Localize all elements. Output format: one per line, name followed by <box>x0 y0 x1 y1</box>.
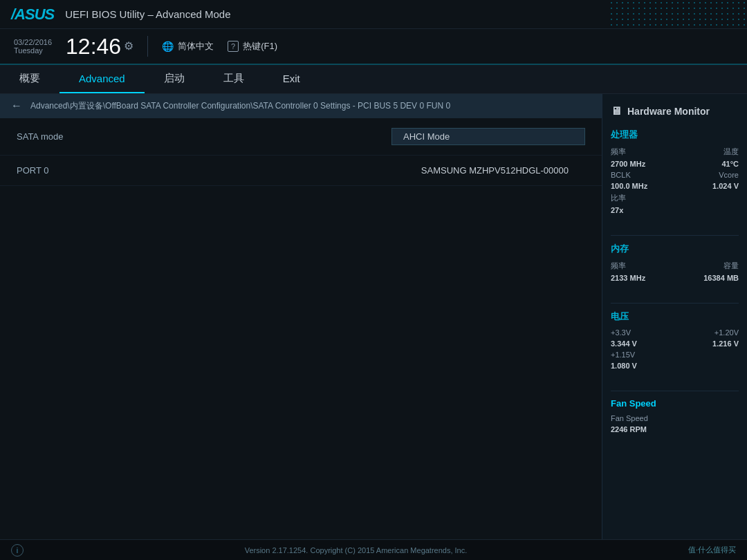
cpu-temp-label: 温度 <box>723 147 739 157</box>
v33-label: +3.3V <box>611 328 631 337</box>
mem-cap-label: 容量 <box>723 261 739 271</box>
cpu-vcore-label: Vcore <box>719 171 739 179</box>
voltage-115-label-row: +1.15V <box>611 351 739 359</box>
settings-content: SATA mode AHCI Mode PORT 0 SAMSUNG MZHPV… <box>0 118 602 539</box>
nav-label-advanced: Advanced <box>79 73 125 84</box>
cpu-section: 处理器 频率 温度 2700 MHz 41°C BCLK Vcore 100.0… <box>611 129 739 217</box>
fan-section-title: Fan Speed <box>611 398 739 409</box>
language-selector[interactable]: 🌐 简体中文 <box>162 40 214 53</box>
sata-mode-label: SATA mode <box>17 131 391 142</box>
sidebar-title: 🖥 Hardware Monitor <box>611 105 739 118</box>
divider-1 <box>147 36 148 57</box>
setting-row-port0: PORT 0 SAMSUNG MZHPV512HDGL-00000 <box>0 156 602 186</box>
sidebar-divider-1 <box>611 235 739 236</box>
header-bar: /ASUS UEFI BIOS Utility – Advanced Mode <box>0 0 747 29</box>
fan-speed-label-row: Fan Speed <box>611 414 739 422</box>
mem-freq-value: 2133 MHz <box>611 274 645 282</box>
v115-label: +1.15V <box>611 351 635 359</box>
memory-section-title: 内存 <box>611 243 739 255</box>
fan-speed-value: 2246 RPM <box>611 425 739 433</box>
nav-label-boot: 启动 <box>164 72 185 85</box>
nav-item-overview[interactable]: 概要 <box>0 65 59 93</box>
nav-bar: 概要 Advanced 启动 工具 Exit <box>0 65 747 94</box>
cpu-freq-label: 频率 <box>611 147 626 157</box>
cpu-bclk-value: 100.0 MHz <box>611 182 647 190</box>
gear-icon[interactable]: ⚙ <box>124 41 133 52</box>
time-value: 12:46 <box>66 35 121 57</box>
help-icon: ? <box>228 41 239 52</box>
cpu-bclk-vcore-labels: BCLK Vcore <box>611 171 739 179</box>
cpu-freq-temp-values: 2700 MHz 41°C <box>611 160 739 168</box>
breadcrumb-bar: ← Advanced\内置设备\OffBoard SATA Controller… <box>0 94 602 118</box>
info-icon[interactable]: i <box>11 544 24 557</box>
v120-value: 1.216 V <box>712 339 739 348</box>
content-area: ← Advanced\内置设备\OffBoard SATA Controller… <box>0 94 602 539</box>
date-section: 03/22/2016 Tuesday <box>14 38 52 55</box>
nav-item-tools[interactable]: 工具 <box>204 65 264 93</box>
hotkey-label: 热键(F1) <box>243 40 277 53</box>
day-text: Tuesday <box>14 46 43 55</box>
monitor-icon: 🖥 <box>611 105 622 118</box>
setting-row-sata-mode: SATA mode AHCI Mode <box>0 118 602 156</box>
hardware-monitor-sidebar: 🖥 Hardware Monitor 处理器 频率 温度 2700 MHz 41… <box>602 94 747 539</box>
voltage-section-title: 电压 <box>611 310 739 323</box>
voltage-33-120-values: 3.344 V 1.216 V <box>611 339 739 348</box>
cpu-vcore-value: 1.024 V <box>712 182 739 190</box>
mem-freq-label: 频率 <box>611 261 626 271</box>
memory-freq-cap-labels: 频率 容量 <box>611 261 739 271</box>
memory-section: 内存 频率 容量 2133 MHz 16384 MB <box>611 243 739 285</box>
nav-label-overview: 概要 <box>19 72 40 85</box>
hotkey-section[interactable]: ? 热键(F1) <box>228 40 277 53</box>
date-text: 03/22/2016 <box>14 38 52 46</box>
v33-value: 3.344 V <box>611 339 637 348</box>
v120-label: +1.20V <box>714 328 739 337</box>
dot-pattern-decoration <box>609 0 747 28</box>
sidebar-title-text: Hardware Monitor <box>627 106 710 117</box>
cpu-freq-temp-labels: 频率 温度 <box>611 147 739 157</box>
cpu-bclk-vcore-values: 100.0 MHz 1.024 V <box>611 182 739 190</box>
cpu-freq-value: 2700 MHz <box>611 160 645 168</box>
fan-speed-label: Fan Speed <box>611 414 648 422</box>
port0-value: SAMSUNG MZHPV512HDGL-00000 <box>293 165 585 176</box>
watermark-text: 值·什么值得买 <box>688 545 736 555</box>
memory-freq-cap-values: 2133 MHz 16384 MB <box>611 274 739 282</box>
cpu-bclk-label: BCLK <box>611 171 631 179</box>
cpu-ratio-label-row: 比率 <box>611 193 739 203</box>
sidebar-divider-2 <box>611 303 739 304</box>
time-display: 12:46 ⚙ <box>66 35 133 57</box>
language-label: 简体中文 <box>178 40 214 53</box>
cpu-ratio-value: 27x <box>611 206 739 214</box>
mem-cap-value: 16384 MB <box>703 274 739 282</box>
status-bar: i Version 2.17.1254. Copyright (C) 2015 … <box>0 539 747 560</box>
main-container: ← Advanced\内置设备\OffBoard SATA Controller… <box>0 94 747 539</box>
port0-label: PORT 0 <box>17 165 293 176</box>
version-text: Version 2.17.1254. Copyright (C) 2015 Am… <box>245 546 468 554</box>
datetime-bar: 03/22/2016 Tuesday 12:46 ⚙ 🌐 简体中文 ? 热键(F… <box>0 29 747 65</box>
nav-label-tools: 工具 <box>223 72 244 85</box>
voltage-section: 电压 +3.3V +1.20V 3.344 V 1.216 V +1.15V 1… <box>611 310 739 373</box>
asus-logo: /ASUS <box>11 6 54 24</box>
sidebar-divider-3 <box>611 391 739 391</box>
voltage-33-120-labels: +3.3V +1.20V <box>611 328 739 337</box>
fan-section: Fan Speed Fan Speed 2246 RPM <box>611 398 739 436</box>
breadcrumb-path: Advanced\内置设备\OffBoard SATA Controller C… <box>30 100 450 112</box>
watermark: 值·什么值得买 <box>688 545 736 555</box>
header-title: UEFI BIOS Utility – Advanced Mode <box>65 8 230 20</box>
v115-value: 1.080 V <box>611 362 739 370</box>
back-arrow-icon[interactable]: ← <box>11 100 22 112</box>
nav-label-exit: Exit <box>283 73 300 84</box>
nav-item-exit[interactable]: Exit <box>264 65 320 93</box>
cpu-section-title: 处理器 <box>611 129 739 141</box>
cpu-ratio-label: 比率 <box>611 193 626 203</box>
globe-icon: 🌐 <box>162 41 174 52</box>
nav-item-boot[interactable]: 启动 <box>145 65 204 93</box>
sata-mode-value[interactable]: AHCI Mode <box>391 128 585 145</box>
cpu-temp-value: 41°C <box>721 160 739 168</box>
nav-item-advanced[interactable]: Advanced <box>59 65 145 93</box>
